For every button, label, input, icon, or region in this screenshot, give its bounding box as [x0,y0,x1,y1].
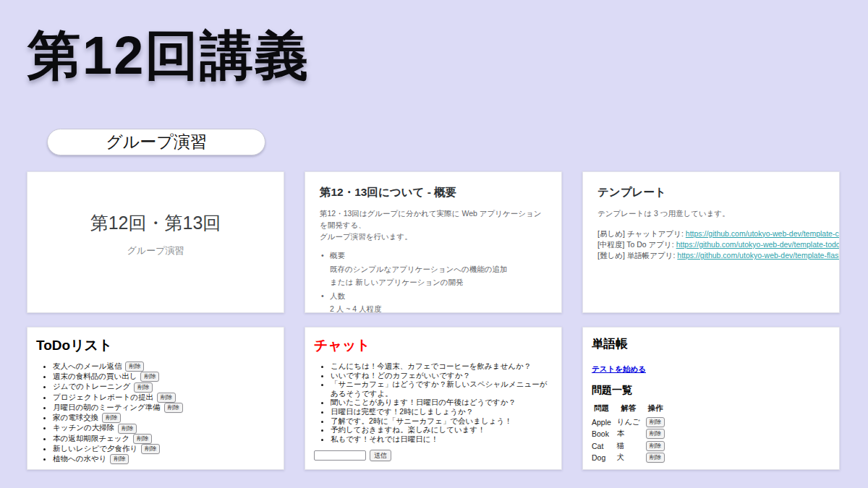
template-link[interactable]: https://github.com/utokyo-web-dev/templa… [676,240,840,249]
template-link-prefix: [易しめ] チャットアプリ: [597,229,686,238]
delete-button[interactable]: 削除 [646,417,665,427]
question-cell: Book [592,428,617,440]
card-overview-slide: 第12・13回について - 概要 第12・13回はグループに分かれて実際に We… [305,171,562,313]
todo-item-text: 本の返却期限チェック [53,434,129,442]
chat-message-text: 了解です。2時に「サニーカフェ」で会いましょう！ [331,416,512,425]
send-button[interactable]: 送信 [370,450,391,461]
delete-button[interactable]: 削除 [110,454,129,464]
question-cell: Apple [592,416,617,428]
overview-bullet-list: • 概要 既存のシンプルなアプリケーションへの機能の追加 または 新しいアプリケ… [320,249,547,313]
bullet-marker [320,302,330,313]
chat-message-text: 「サニーカフェ」はどうですか？新しいスペシャルメニューがあるそうですよ。 [331,380,547,398]
todo-item: キッチンの大掃除削除 [53,423,275,433]
overview-line: • 人数 [320,289,547,303]
card-flashcard-app: 単語帳 テストを始める 問題一覧 問題 解答 操作 Apple りんご 削除 [582,327,840,470]
card-chat-app: チャット こんにちは！今週末、カフェでコーヒーを飲みませんか？ いいですね！どの… [305,327,562,470]
todo-item-text: 友人へのメール返信 [53,361,122,370]
question-cell: Cat [592,440,617,451]
delete-button[interactable]: 削除 [133,434,152,444]
todo-item: 植物への水やり削除 [53,454,275,464]
delete-button[interactable]: 削除 [125,361,144,372]
todo-item-text: 植物への水やり [53,454,106,463]
question-row: Dog 犬 削除 [592,452,671,463]
overview-line-text: 人数 [330,289,345,303]
todo-item: 友人へのメール返信削除 [53,361,275,372]
delete-button[interactable]: 削除 [646,429,665,439]
template-link-prefix: [中程度] To Do アプリ: [597,240,676,249]
delete-button[interactable]: 削除 [102,413,121,423]
overview-line-text: 2 人 ~ 4 人程度 [330,302,381,313]
todo-item: 家の電球交換削除 [53,413,275,423]
question-list-heading: 問題一覧 [592,384,830,397]
bullet-marker [320,262,330,276]
chat-message: 予約しておきますね。楽しみにしています！ [331,425,553,435]
chat-message: いいですね！どのカフェがいいですか？ [331,371,553,380]
template-link-line: [難しめ] 単語帳アプリ: https://github.com/utokyo-… [597,250,825,261]
chat-message: 「サニーカフェ」はどうですか？新しいスペシャルメニューがあるそうですよ。 [331,380,553,398]
chat-message-text: 聞いたことがあります！日曜日の午後はどうですか？ [331,398,516,406]
chat-message-text: いいですね！どのカフェがいいですか？ [331,371,470,380]
template-link-line: [易しめ] チャットアプリ: https://github.com/utokyo… [597,228,825,239]
question-table-body: Apple りんご 削除 Book 本 削除 Cat 猫 削除 [592,416,671,463]
overview-line: 2 人 ~ 4 人程度 [320,302,547,313]
header-action: 操作 [646,403,671,416]
answer-cell: 猫 [617,440,646,451]
slide-subtitle: グループ演習 [127,244,184,257]
bullet-marker [320,275,330,289]
todo-item-text: 新しいレシピで夕食作り [53,444,137,453]
badge-label: グループ演習 [106,131,207,153]
chat-message: 聞いたことがあります！日曜日の午後はどうですか？ [331,398,553,407]
question-table-header-row: 問題 解答 操作 [592,403,671,416]
template-link[interactable]: https://github.com/utokyo-web-dev/templa… [677,251,840,260]
delete-button[interactable]: 削除 [646,453,665,463]
answer-cell: りんご [617,416,646,428]
todo-item-text: キッチンの大掃除 [53,423,114,432]
delete-button[interactable]: 削除 [118,424,137,434]
overview-line-text: または 新しいアプリケーションの開発 [330,275,464,289]
todo-item-text: 家の電球交換 [53,413,98,421]
todo-item-text: プロジェクトレポートの提出 [53,393,153,401]
todo-item-text: 週末の食料品の買い出し [53,372,137,380]
chat-message-text: 私もです！それでは日曜日に！ [331,435,438,443]
delete-button[interactable]: 削除 [157,393,176,403]
todo-item: プロジェクトレポートの提出削除 [53,393,275,403]
question-row: Apple りんご 削除 [592,416,671,428]
delete-button[interactable]: 削除 [164,403,183,413]
chat-message: 了解です。2時に「サニーカフェ」で会いましょう！ [331,416,553,426]
answer-cell: 犬 [617,452,646,463]
todo-list: 友人へのメール返信削除 週末の食料品の買い出し削除 ジムでのトレーニング削除 プ… [36,361,275,464]
todo-item-text: ジムでのトレーニング [53,382,130,390]
card-templates-slide: テンプレート テンプレートは 3 つ用意しています。 [易しめ] チャットアプリ… [582,171,840,313]
chat-input[interactable] [314,450,366,461]
todo-item: 月曜日の朝のミーティング準備削除 [53,403,275,413]
overview-line: 既存のシンプルなアプリケーションへの機能の追加 [320,262,547,276]
templates-title: テンプレート [597,185,825,200]
delete-button[interactable]: 削除 [140,372,159,382]
delete-button[interactable]: 削除 [134,382,153,393]
bullet-marker: • [320,289,330,303]
template-link[interactable]: https://github.com/utokyo-web-dev/templa… [686,229,840,238]
chat-message-text: 予約しておきますね。楽しみにしています！ [331,425,485,434]
delete-button[interactable]: 削除 [141,444,160,454]
group-exercise-badge: グループ演習 [47,129,265,155]
chat-message: 日曜日は完璧です！2時にしましょうか？ [331,407,553,416]
question-row: Book 本 削除 [592,428,671,440]
chat-message-text: 日曜日は完璧です！2時にしましょうか？ [331,407,473,416]
todo-item: 本の返却期限チェック削除 [53,434,275,444]
overview-intro: 第12・13回はグループに分かれて実際に Web アプリケーションを開発する、 … [320,208,547,242]
template-link-list: [易しめ] チャットアプリ: https://github.com/utokyo… [597,228,825,262]
card-title-slide: 第12回・第13回 グループ演習 [27,171,284,313]
question-table: 問題 解答 操作 Apple りんご 削除 Book 本 [592,403,671,463]
chat-message: こんにちは！今週末、カフェでコーヒーを飲みませんか？ [331,361,553,371]
question-row: Cat 猫 削除 [592,440,671,451]
chat-message: 私もです！それでは日曜日に！ [331,435,553,444]
chat-title: チャット [314,336,553,355]
start-test-link[interactable]: テストを始める [592,364,646,373]
template-link-line: [中程度] To Do アプリ: https://github.com/utok… [597,239,825,250]
slide-title: 第12回・第13回 [90,211,221,235]
card-todo-app: ToDoリスト 友人へのメール返信削除 週末の食料品の買い出し削除 ジムでのトレ… [27,327,284,470]
overview-line-text: 既存のシンプルなアプリケーションへの機能の追加 [330,262,507,276]
chat-message-text: こんにちは！今週末、カフェでコーヒーを飲みませんか？ [331,361,531,370]
overview-line-text: 概要 [330,249,345,262]
delete-button[interactable]: 削除 [646,441,665,451]
